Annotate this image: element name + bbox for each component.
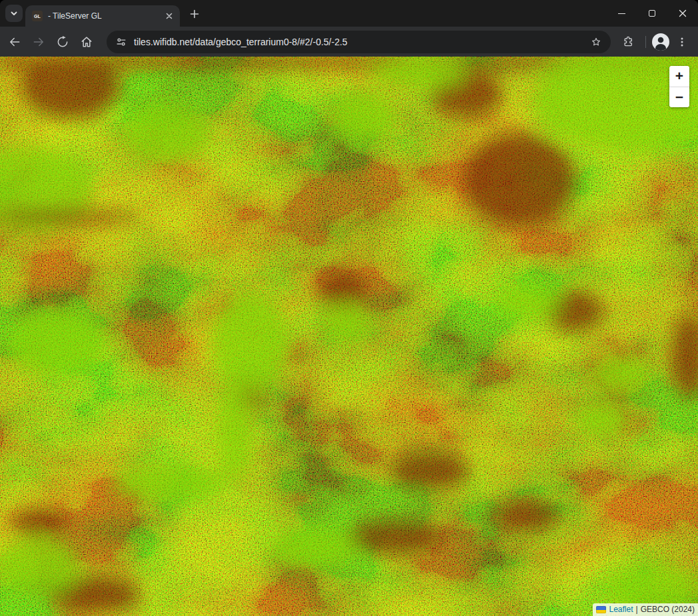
chevron-down-icon <box>9 9 19 18</box>
window-controls <box>606 0 698 27</box>
tab-favicon: GL <box>32 11 43 21</box>
back-button[interactable] <box>4 31 25 53</box>
puzzle-icon <box>621 35 635 49</box>
site-settings-button[interactable] <box>113 34 129 50</box>
new-tab-button[interactable] <box>186 6 202 22</box>
maximize-icon <box>649 10 655 17</box>
map-attribution: Leaflet | GEBCO (2024) <box>593 603 698 616</box>
arrow-left-icon <box>8 35 21 49</box>
minimize-icon <box>618 13 625 14</box>
reload-button[interactable] <box>52 31 73 53</box>
three-dot-menu-icon <box>677 37 687 47</box>
profile-button[interactable] <box>650 31 671 53</box>
toolbar-separator <box>645 36 646 48</box>
minimize-button[interactable] <box>606 0 637 27</box>
attribution-separator: | <box>636 605 638 614</box>
zoom-in-button[interactable]: + <box>669 66 689 87</box>
attribution-credit: GEBCO (2024) <box>641 605 695 614</box>
home-icon <box>80 35 93 49</box>
map-zoom-control: + − <box>669 66 689 107</box>
person-icon <box>652 33 669 51</box>
arrow-right-icon <box>32 35 45 49</box>
forward-button[interactable] <box>28 31 49 53</box>
omnibox[interactable]: tiles.wifidb.net/data/gebco_terrarium0-8… <box>107 31 611 53</box>
browser-window: GL - TileServer GL <box>0 0 698 616</box>
close-icon <box>166 13 173 19</box>
tab-close-button[interactable] <box>164 11 174 21</box>
leaflet-link[interactable]: Leaflet <box>609 605 633 614</box>
bookmark-button[interactable] <box>588 34 604 50</box>
terrain-tiles <box>0 57 698 616</box>
tab-tileserver-gl[interactable]: GL - TileServer GL <box>25 5 180 27</box>
tab-title: - TileServer GL <box>48 11 159 21</box>
tab-search-button[interactable] <box>5 5 23 22</box>
map-canvas[interactable]: + − Leaflet | GEBCO (2024) <box>0 57 698 616</box>
extensions-button[interactable] <box>617 31 639 53</box>
reload-icon <box>56 35 69 49</box>
url-field[interactable]: tiles.wifidb.net/data/gebco_terrarium0-8… <box>134 37 588 47</box>
close-icon <box>679 9 687 17</box>
site-settings-icon <box>115 36 127 48</box>
ukraine-flag-icon <box>596 606 606 613</box>
titlebar: GL - TileServer GL <box>0 0 698 27</box>
home-button[interactable] <box>76 31 97 53</box>
zoom-out-button[interactable]: − <box>669 87 689 107</box>
star-icon <box>590 36 602 48</box>
plus-icon <box>190 9 199 19</box>
window-close-button[interactable] <box>667 0 698 27</box>
browser-toolbar: tiles.wifidb.net/data/gebco_terrarium0-8… <box>0 27 698 57</box>
browser-menu-button[interactable] <box>671 31 693 53</box>
maximize-button[interactable] <box>637 0 667 27</box>
